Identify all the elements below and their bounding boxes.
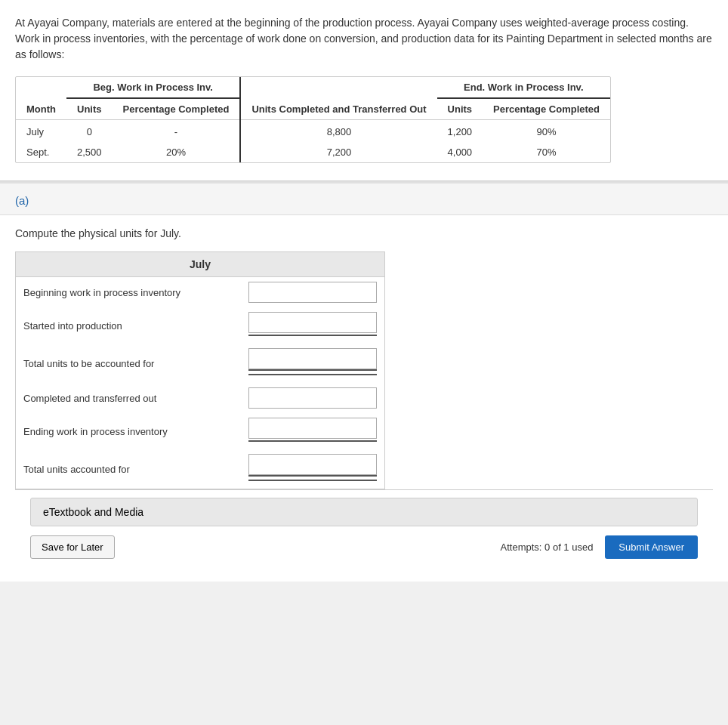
col-beg-pct: Percentage Completed	[113, 98, 241, 120]
data-table: Beg. Work in Process Inv. End. Work in P…	[16, 77, 610, 162]
cell-month: Sept.	[16, 142, 66, 162]
input-wrapper-started	[248, 312, 377, 336]
cell-transferred: 8,800	[240, 120, 436, 143]
cell-beg-pct: 20%	[113, 142, 241, 162]
form-row-total-accounted-for: Total units to be accounted for	[16, 344, 384, 383]
form-label-completed-transferred: Completed and transferred out	[23, 393, 248, 404]
end-wip-header: End. Work in Process Inv.	[437, 77, 610, 98]
form-row-total-accounted: Total units accounted for	[16, 449, 384, 489]
cell-beg-units: 2,500	[66, 142, 113, 162]
cell-month: July	[16, 120, 66, 143]
input-wrapper-total-accounted	[248, 454, 377, 481]
cell-end-pct: 90%	[483, 120, 610, 143]
input-started[interactable]	[248, 312, 377, 333]
cell-beg-units: 0	[66, 120, 113, 143]
col-month: Month	[16, 98, 66, 120]
form-row-ending-wip: Ending work in process inventory	[16, 413, 384, 449]
save-later-button[interactable]: Save for Later	[30, 535, 115, 559]
form-row-beg-wip: Beginning work in process inventory	[16, 277, 384, 307]
input-completed-transferred[interactable]	[248, 387, 377, 409]
input-ending-wip[interactable]	[248, 418, 377, 439]
form-row-completed-transferred: Completed and transferred out	[16, 383, 384, 413]
data-table-wrapper: Beg. Work in Process Inv. End. Work in P…	[15, 76, 611, 163]
right-actions: Attempts: 0 of 1 used Submit Answer	[501, 535, 698, 559]
beg-wip-header: Beg. Work in Process Inv.	[66, 77, 240, 98]
cell-end-pct: 70%	[483, 142, 610, 162]
form-header: July	[16, 252, 384, 277]
month-header-spacer	[16, 77, 66, 98]
col-end-units: Units	[437, 98, 483, 120]
input-beg-wip[interactable]	[248, 282, 377, 303]
table-row: Sept. 2,500 20% 7,200 4,000 70%	[16, 142, 610, 162]
intro-text: At Ayayai Company, materials are entered…	[15, 15, 713, 63]
col-end-pct: Percentage Completed	[483, 98, 610, 120]
footer-bar: eTextbook and Media Save for Later Attem…	[15, 489, 713, 566]
col-transferred: Units Completed and Transferred Out	[240, 98, 436, 120]
attempts-label: Attempts: 0 of 1 used	[501, 541, 594, 553]
cell-end-units: 4,000	[437, 142, 483, 162]
input-total-accounted[interactable]	[248, 454, 377, 475]
input-wrapper-completed-transferred	[248, 387, 377, 409]
input-wrapper-ending-wip	[248, 418, 377, 442]
section-label: (a)	[0, 184, 728, 215]
form-label-started: Started into production	[23, 320, 248, 332]
input-wrapper-total-accounted-for	[248, 348, 377, 375]
form-row-started: Started into production	[16, 307, 384, 344]
form-table-wrapper: July Beginning work in process inventory…	[15, 251, 385, 489]
col-beg-units: Units	[66, 98, 113, 120]
bottom-section: (a) Compute the physical units for July.…	[0, 181, 728, 582]
input-wrapper-beg-wip	[248, 282, 377, 303]
form-rows: Beginning work in process inventory Star…	[16, 277, 384, 489]
top-section: At Ayayai Company, materials are entered…	[0, 0, 728, 181]
etextbook-button[interactable]: eTextbook and Media	[30, 498, 698, 526]
form-label-beg-wip: Beginning work in process inventory	[23, 287, 248, 298]
form-label-total-accounted: Total units accounted for	[23, 464, 248, 475]
compute-label: Compute the physical units for July.	[15, 227, 713, 239]
bottom-actions: Save for Later Attempts: 0 of 1 used Sub…	[30, 535, 698, 559]
cell-end-units: 1,200	[437, 120, 483, 143]
submit-button[interactable]: Submit Answer	[605, 535, 698, 559]
input-total-accounted-for[interactable]	[248, 348, 377, 369]
form-label-ending-wip: Ending work in process inventory	[23, 426, 248, 437]
form-label-total-accounted-for: Total units to be accounted for	[23, 358, 248, 369]
form-section: Compute the physical units for July. Jul…	[0, 215, 728, 582]
cell-beg-pct: -	[113, 120, 241, 143]
table-row: July 0 - 8,800 1,200 90%	[16, 120, 610, 143]
transferred-header-spacer	[240, 77, 436, 98]
cell-transferred: 7,200	[240, 142, 436, 162]
